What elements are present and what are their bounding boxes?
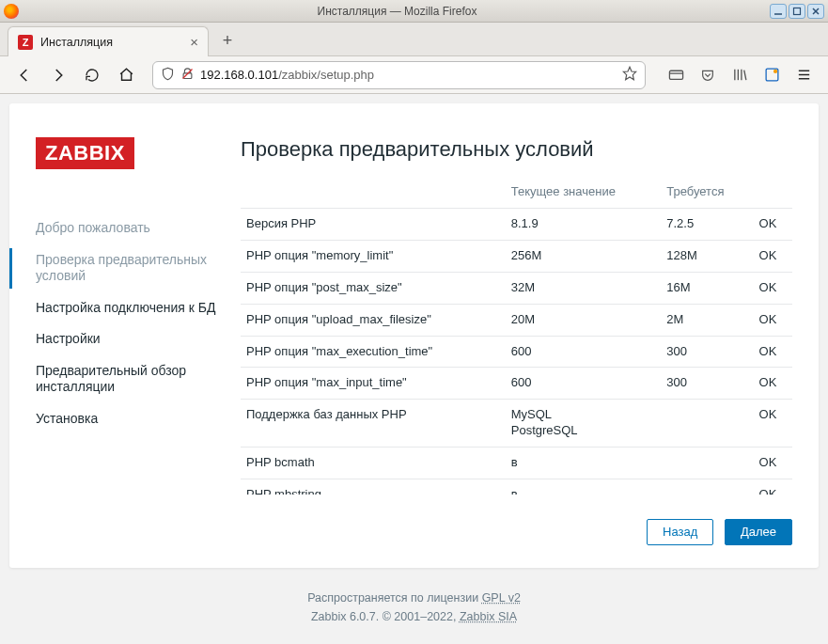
check-status: OK [754,209,792,241]
table-row: PHP mbstringвOK [241,479,792,495]
check-name: Версия PHP [241,209,506,241]
check-current: MySQLPostgreSQL [506,400,662,448]
check-status: OK [754,240,792,272]
nav-step[interactable]: Настройка подключения к БД [36,292,237,324]
url-path: /zabbix/setup.php [278,68,374,82]
back-button[interactable] [9,61,39,89]
credit-card-icon[interactable] [661,61,691,89]
shield-icon[interactable] [161,67,175,84]
table-row: PHP опция "memory_limit"256M128MOK [241,240,792,272]
check-name: PHP mbstring [241,479,506,495]
sidebar: ZABBIX Добро пожаловатьПроверка предвари… [36,137,237,545]
address-bar[interactable]: 192.168.0.101/zabbix/setup.php [152,61,646,89]
check-status: OK [754,272,792,304]
table-row: PHP опция "post_max_size"32M16MOK [241,272,792,304]
nav-step[interactable]: Добро пожаловать [36,212,237,244]
check-current: в [506,448,662,479]
toolbar-right-icons [661,61,819,89]
nav-step[interactable]: Проверка предварительных условий [36,244,237,292]
browser-tab[interactable]: Z Инсталляция × [8,26,209,56]
check-status: OK [754,304,792,336]
license-link[interactable]: GPL v2 [482,591,521,605]
page-viewport[interactable]: ZABBIX Добро пожаловатьПроверка предвари… [0,94,828,644]
check-required [661,448,753,479]
svg-rect-1 [794,8,801,14]
check-current: в [506,479,662,495]
table-row: PHP bcmathвOK [241,448,792,479]
tab-title: Инсталляция [40,36,190,49]
svg-point-14 [773,70,776,73]
window-controls [770,4,824,19]
table-row: PHP опция "max_execution_time"600300OK [241,336,792,368]
table-row: Поддержка баз данных PHPMySQLPostgreSQLO… [241,400,792,448]
minimize-button[interactable] [770,4,787,19]
check-status: OK [754,336,792,368]
next-step-button[interactable]: Далее [725,519,792,545]
back-step-button[interactable]: Назад [647,519,713,545]
col-required-header: Требуется [661,179,753,209]
home-button[interactable] [111,61,141,89]
check-required: 7.2.5 [661,209,753,241]
page-footer: Распространяется по лицензии GPL v2 Zabb… [9,589,819,626]
svg-line-12 [743,71,745,81]
prerequisites-table: Текущее значение Требуется Версия PHP8.1… [241,179,792,495]
main-content: Проверка предварительных условий Текущее… [237,137,792,545]
prerequisites-table-wrap: Текущее значение Требуется Версия PHP8.1… [241,179,792,495]
company-link[interactable]: Zabbix SIA [460,610,517,623]
setup-steps-nav: Добро пожаловатьПроверка предварительных… [36,212,237,434]
tab-strip: Z Инсталляция × + [0,23,828,56]
browser-toolbar: 192.168.0.101/zabbix/setup.php [0,56,828,94]
check-name: Поддержка баз данных PHP [241,400,506,448]
insecure-lock-icon[interactable] [180,67,195,84]
check-status: OK [754,448,792,479]
check-current: 600 [506,336,662,368]
new-tab-button[interactable]: + [214,27,241,54]
check-name: PHP опция "max_execution_time" [241,336,506,368]
table-row: Версия PHP8.1.97.2.5OK [241,209,792,241]
wizard-buttons: Назад Далее [241,519,792,545]
url-host: 192.168.0.101 [200,68,278,82]
check-status: OK [754,479,792,495]
nav-step[interactable]: Установка [36,403,237,435]
check-required: 300 [661,336,753,368]
check-name: PHP опция "memory_limit" [241,240,506,272]
check-current: 256M [506,240,662,272]
check-required [661,479,753,495]
check-status: OK [754,368,792,400]
check-name: PHP опция "post_max_size" [241,272,506,304]
url-text: 192.168.0.101/zabbix/setup.php [200,68,617,82]
page-title: Проверка предварительных условий [241,137,792,162]
favicon-zabbix-icon: Z [18,35,33,50]
col-status-header [754,179,792,209]
svg-rect-7 [669,71,682,79]
footer-license-prefix: Распространяется по лицензии [307,591,481,605]
check-required [661,400,753,448]
footer-version-prefix: Zabbix 6.0.7. © 2001–2022, [311,610,460,623]
close-tab-button[interactable]: × [190,34,198,50]
pocket-icon[interactable] [693,61,723,89]
check-current: 32M [506,272,662,304]
menu-button[interactable] [789,61,819,89]
check-name: PHP опция "upload_max_filesize" [241,304,506,336]
check-required: 2M [661,304,753,336]
container-tabs-icon[interactable] [757,61,787,89]
zabbix-logo: ZABBIX [36,137,134,169]
maximize-button[interactable] [789,4,805,19]
reload-button[interactable] [77,61,107,89]
bookmark-star-icon[interactable] [622,66,637,84]
forward-button[interactable] [43,61,73,89]
check-current: 600 [506,368,662,400]
col-name-header [241,179,506,209]
library-icon[interactable] [725,61,755,89]
check-current: 20M [506,304,662,336]
nav-step[interactable]: Предварительный обзор инсталляции [36,355,237,403]
check-current: 8.1.9 [506,209,662,241]
check-required: 300 [661,368,753,400]
check-required: 128M [661,240,753,272]
nav-step[interactable]: Настройки [36,323,237,355]
svg-marker-6 [623,67,635,79]
close-window-button[interactable] [807,4,824,19]
setup-card: ZABBIX Добро пожаловатьПроверка предвари… [9,103,819,568]
table-row: PHP опция "max_input_time"600300OK [241,368,792,400]
window-title: Инсталляция — Mozilla Firefox [24,5,770,18]
